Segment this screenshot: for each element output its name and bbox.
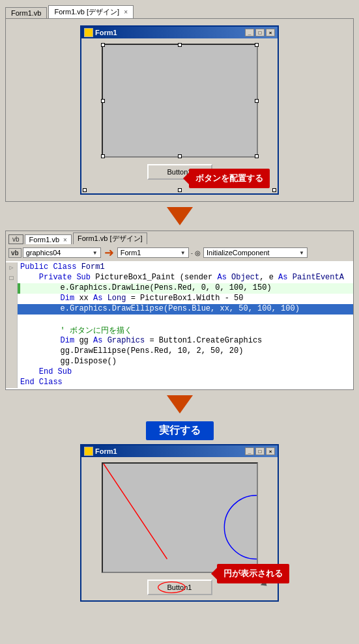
code-text-1: Public Class Form1 <box>18 262 105 273</box>
code-dropdown-method[interactable]: InitializeComponent ▼ <box>203 247 308 258</box>
result-form-controls: _ □ × <box>245 447 275 455</box>
tab-form1vb-design[interactable]: Form1.vb [デザイン] × <box>48 5 134 18</box>
exec-label: 実行する <box>146 421 214 440</box>
code-line-4: Dim xx As Long = PictureBox1.Width - 50 <box>6 294 353 304</box>
code-line-10: gg.Dispose() <box>6 357 353 367</box>
handle-tm <box>178 43 182 47</box>
code-tab-form1vb[interactable]: Form1.vb × <box>25 234 72 244</box>
form-title: Form1 <box>95 29 117 36</box>
form-bottom-row <box>81 188 278 193</box>
gutter-6 <box>6 315 18 325</box>
code-lang-badge: vb <box>8 234 23 244</box>
handle-bm <box>178 154 182 158</box>
handle-br <box>255 154 259 158</box>
minimize-button[interactable]: _ <box>245 29 254 36</box>
code-line-12: End Class <box>6 378 353 388</box>
tab-form1vb[interactable]: Form1.vb <box>5 7 47 18</box>
down-arrow-2-icon <box>167 395 193 413</box>
picturebox-designer[interactable] <box>102 44 258 158</box>
code-text-10: gg.Dispose() <box>20 357 117 367</box>
top-tab-bar: Form1.vb Form1.vb [デザイン] × <box>5 5 354 18</box>
code-line-3: e.Graphics.DrawLine(Pens.Red, 0, 0, 100,… <box>6 283 353 294</box>
handle-bottom-center <box>178 188 182 192</box>
form-body: Button1 ボタンを配置する <box>81 38 278 188</box>
dropdown-method-arrow-icon: ▼ <box>299 250 304 256</box>
gutter-2: □ <box>6 273 18 283</box>
expand-icon: ▷ <box>9 264 13 272</box>
gutter-7 <box>6 325 18 336</box>
result-minimize-button[interactable]: _ <box>245 447 254 455</box>
form-controls: _ □ × <box>245 29 275 36</box>
down-arrow-icon <box>167 207 193 225</box>
code-text-3: e.Graphics.DrawLine(Pens.Red, 0, 0, 100,… <box>20 283 272 294</box>
result-form-titlebar: Form1 _ □ × <box>81 445 278 457</box>
result-titlebar-left: Form1 <box>84 447 117 456</box>
separator-icon: - <box>190 249 194 257</box>
dropdown-arrow-icon: ▼ <box>93 250 98 256</box>
gutter-11 <box>6 367 18 378</box>
tab-close-icon[interactable]: × <box>124 8 128 16</box>
handle-bottom-left <box>83 188 87 192</box>
handle-ml <box>101 99 105 103</box>
result-button-label: Button1 <box>167 583 192 591</box>
code-line-8: Dim gg As Graphics = Button1.CreateGraph… <box>6 336 353 346</box>
code-text-12: End Class <box>18 378 63 388</box>
form-window-top: Form1 _ □ × But <box>80 25 279 195</box>
balloon-top: ボタンを配置する <box>189 169 270 188</box>
form-titlebar: Form1 _ □ × <box>81 27 278 38</box>
handle-mr <box>255 99 259 103</box>
arrow-right-icon: ➜ <box>102 245 116 260</box>
dropdown-file-label: graphics04 <box>26 249 61 257</box>
picturebox-svg <box>103 464 257 572</box>
handle-bottom-right <box>272 188 276 192</box>
close-button[interactable]: × <box>266 29 275 36</box>
arrow-1 <box>0 202 359 231</box>
code-text-7: ' ボタンに円を描く <box>20 325 132 336</box>
code-text-4: Dim xx As Long = PictureBox1.Width - 50 <box>20 294 243 304</box>
result-maximize-button[interactable]: □ <box>255 447 265 455</box>
code-dropdowns: vb graphics04 ▼ ➜ Form1 ▼ - ◎ Initialize… <box>6 244 353 261</box>
code-line-5: e.Graphics.DrawEllipse(Pens.Blue, xx, 50… <box>6 304 353 315</box>
code-tab-form1vb-design[interactable]: Form1.vb [デザイン] <box>73 232 147 244</box>
code-line-11: End Sub <box>6 367 353 378</box>
gutter-3 <box>6 283 18 294</box>
dropdown-method-label: InitializeComponent <box>207 249 270 257</box>
gutter-5 <box>6 304 18 315</box>
code-tab-bar: vb Form1.vb × Form1.vb [デザイン] <box>6 231 353 244</box>
tab-label: Form1.vb [デザイン] <box>54 8 119 16</box>
top-designer-section: Form1.vb Form1.vb [デザイン] × Form1 _ □ × <box>0 0 359 202</box>
balloon-bottom: 円が表示される <box>217 564 289 583</box>
code-line-1: ▷ Public Class Form1 <box>6 262 353 273</box>
gutter-12 <box>6 378 18 388</box>
designer-area: Form1 _ □ × But <box>5 18 354 202</box>
gutter-10 <box>6 357 18 367</box>
result-button1[interactable]: Button1 <box>147 580 212 595</box>
gutter-1: ▷ <box>6 262 18 273</box>
svg-line-0 <box>103 464 167 559</box>
svg-point-1 <box>224 496 257 559</box>
result-close-button[interactable]: × <box>266 447 275 455</box>
code-text-11: End Sub <box>18 367 72 378</box>
form-app-icon <box>84 28 93 37</box>
at-icon: ◎ <box>195 249 202 257</box>
code-line-2: □ Private Sub PictureBox1_Paint (sender … <box>6 273 353 283</box>
result-form-title: Form1 <box>95 447 117 455</box>
result-picturebox <box>102 462 258 573</box>
titlebar-left: Form1 <box>84 28 117 37</box>
code-text-8: Dim gg As Graphics = Button1.CreateGraph… <box>20 336 262 346</box>
code-dropdown-class[interactable]: Form1 ▼ <box>117 247 189 258</box>
handle-tr <box>255 43 259 47</box>
code-line-6 <box>6 315 353 325</box>
code-line-7: ' ボタンに円を描く <box>6 325 353 336</box>
code-tab-label-design: Form1.vb [デザイン] <box>78 234 143 242</box>
maximize-button[interactable]: □ <box>255 29 265 36</box>
code-tab-label: Form1.vb <box>29 236 59 244</box>
result-form-window: Form1 _ □ × <box>80 444 279 602</box>
gutter-4 <box>6 294 18 304</box>
handle-tl <box>101 43 105 47</box>
code-tab-close-icon[interactable]: × <box>63 236 67 244</box>
code-lang-badge-2: vb <box>8 248 22 258</box>
code-dropdown-file[interactable]: graphics04 ▼ <box>23 247 101 258</box>
gutter-8 <box>6 336 18 346</box>
exec-section: 実行する Form1 _ □ × <box>5 419 354 602</box>
